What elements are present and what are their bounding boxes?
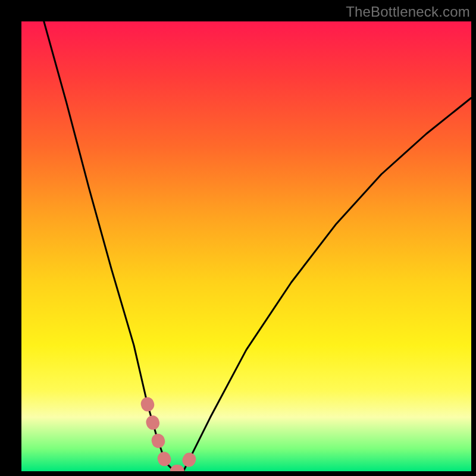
plot-area (21, 21, 471, 471)
bottleneck-curve (44, 21, 471, 471)
watermark-text: TheBottleneck.com (346, 4, 470, 20)
chart-svg (21, 21, 471, 471)
chart-frame: TheBottleneck.com (0, 0, 476, 476)
optimal-zone-marker (148, 404, 193, 471)
